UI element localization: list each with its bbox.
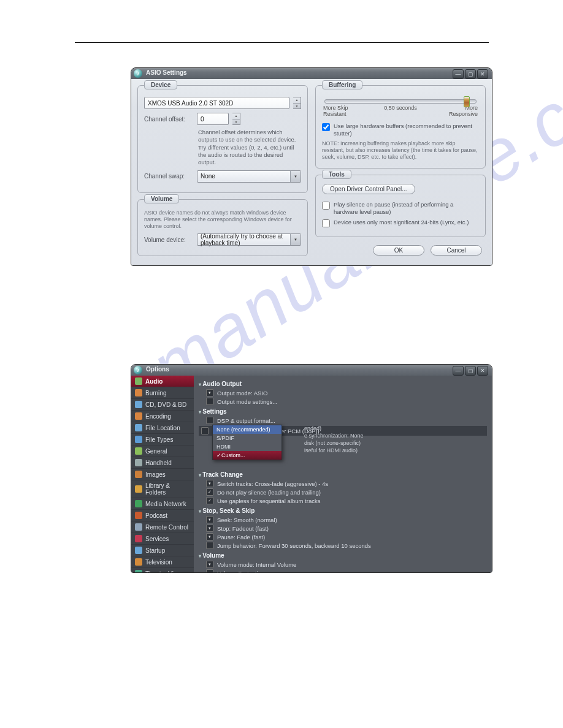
device-panel: Device XMOS USB Audio 2.0 ST 302D ▲▼ Cha… (137, 85, 308, 193)
sidebar-item-startup[interactable]: Startup (131, 545, 194, 556)
dd-spdif[interactable]: S/PDIF (213, 434, 282, 442)
slider-thumb[interactable] (464, 96, 470, 107)
sidebar-item-theater-view[interactable]: Theater View (131, 568, 194, 573)
minimize-button[interactable]: — (453, 69, 464, 79)
buffering-slider[interactable] (324, 99, 477, 104)
opt-jump[interactable]: Jump behavior: Forward 30 seconds, backw… (199, 541, 487, 550)
opt-seek[interactable]: ▾Seek: Smooth (normal) (199, 515, 487, 524)
play-silence-input[interactable] (322, 202, 330, 210)
sidebar-item-library-folders[interactable]: Library & Folders (131, 480, 194, 498)
volume-device-label: Volume device: (144, 237, 193, 243)
opt-output-mode-settings[interactable]: Output mode settings... (199, 397, 487, 406)
sidebar-item-label: Services (145, 536, 169, 542)
sidebar-item-images[interactable]: Images (131, 469, 194, 480)
dd-hdmi[interactable]: HDMI (213, 442, 282, 451)
channel-offset-input[interactable]: 0 (197, 113, 229, 125)
asio-settings-window: i ASIO Settings — ▢ ✕ Device XMOS USB Au… (131, 67, 492, 266)
sidebar-item-burning[interactable]: Burning (131, 387, 194, 399)
close-button[interactable]: ✕ (477, 69, 488, 79)
sidebar-item-services[interactable]: Services (131, 533, 194, 545)
asio-titlebar[interactable]: i ASIO Settings — ▢ ✕ (131, 68, 492, 79)
sidebar-item-television[interactable]: Television (131, 556, 194, 568)
info-icon: i (134, 366, 142, 374)
volume-panel: Volume ASIO device names do not always m… (137, 199, 308, 257)
sidebar-item-label: Handheld (145, 460, 172, 466)
opt-output-mode[interactable]: ▾Output mode: ASIO (199, 389, 487, 397)
channel-swap-label: Channel swap: (144, 173, 193, 180)
sidebar-item-file-types[interactable]: File Types (131, 434, 194, 446)
dd-custom[interactable]: ✓Custom... (213, 451, 282, 460)
asio-title: ASIO Settings (146, 69, 187, 76)
open-driver-panel-button[interactable]: Open Driver Control Panel... (322, 184, 415, 194)
dd-none[interactable]: None (recommended) (213, 425, 282, 434)
sidebar-item-label: CD, DVD & BD (145, 401, 186, 408)
category-icon (135, 459, 142, 466)
channel-offset-hint: Channel offset determines which outputs … (198, 129, 301, 167)
opt-no-silence[interactable]: ✓Do not play silence (leading and traili… (199, 488, 487, 496)
maximize-button[interactable]: ▢ (465, 69, 476, 79)
sidebar-item-podcast[interactable]: Podcast (131, 510, 194, 521)
minimize-button[interactable]: — (453, 366, 464, 376)
category-icon (135, 485, 142, 493)
close-button[interactable]: ✕ (477, 366, 488, 376)
sidebar-item-label: Theater View (145, 571, 182, 574)
category-icon (135, 401, 142, 408)
category-icon (135, 523, 142, 531)
sidebar-item-file-location[interactable]: File Location (131, 422, 194, 434)
category-icon (135, 500, 142, 507)
cancel-button[interactable]: Cancel (431, 245, 482, 256)
large-buffers-checkbox[interactable]: Use large hardware buffers (recommended … (322, 123, 479, 137)
opt-pause[interactable]: ▾Pause: Fade (fast) (199, 533, 487, 541)
opt-gapless[interactable]: ✓Use gapless for sequential album tracks (199, 496, 487, 505)
category-icon (135, 436, 142, 443)
sidebar-item-media-network[interactable]: Media Network (131, 498, 194, 510)
section-volume: Volume (199, 552, 487, 559)
sidebar-item-cd-dvd-bd[interactable]: CD, DVD & BD (131, 399, 194, 411)
play-silence-checkbox[interactable]: Play silence on pause (instead of perfor… (322, 201, 479, 216)
category-icon (135, 512, 142, 519)
tools-panel: Tools Open Driver Control Panel... Play … (315, 175, 486, 237)
sidebar-item-label: Media Network (145, 501, 186, 507)
device-select[interactable]: XMOS USB Audio 2.0 ST 302D (144, 97, 289, 109)
only-24bit-checkbox[interactable]: Device uses only most significant 24-bit… (322, 219, 479, 227)
channel-swap-value: None (201, 173, 215, 180)
volume-device-select[interactable]: (Automatically try to choose at playback… (197, 233, 301, 246)
channel-swap-select[interactable]: None▼ (197, 170, 301, 183)
sidebar-item-label: Burning (145, 390, 166, 396)
opt-vol-protect[interactable]: Volume Protection (199, 569, 487, 573)
sidebar-item-remote-control[interactable]: Remote Control (131, 521, 194, 533)
sidebar-item-label: General (145, 448, 167, 455)
options-title: Options (146, 366, 169, 373)
sidebar-item-handheld[interactable]: Handheld (131, 457, 194, 469)
category-icon (135, 558, 142, 566)
sidebar-item-audio[interactable]: Audio (131, 376, 194, 387)
sidebar-item-label: File Location (145, 425, 180, 431)
opt-switch-tracks[interactable]: ▾Switch tracks: Cross-fade (aggressive) … (199, 479, 487, 488)
maximize-button[interactable]: ▢ (465, 366, 476, 376)
opt-stop[interactable]: ▾Stop: Fadeout (fast) (199, 524, 487, 533)
sidebar-item-general[interactable]: General (131, 446, 194, 457)
slider-center-label: 0,50 seconds (384, 105, 417, 118)
large-buffers-input[interactable] (322, 123, 330, 131)
ok-button[interactable]: OK (373, 245, 424, 256)
device-spinner[interactable]: ▲▼ (293, 97, 301, 109)
opt-vol-mode[interactable]: ▾Volume mode: Internal Volume (199, 560, 487, 569)
sidebar-item-label: File Types (145, 436, 173, 443)
buffering-note: NOTE: Increasing buffering makes playbac… (322, 140, 479, 161)
category-icon (135, 447, 142, 455)
options-titlebar[interactable]: i Options — ▢ ✕ (131, 365, 492, 376)
sidebar-item-label: Library & Folders (145, 482, 190, 496)
bitstreaming-dropdown[interactable]: None (recommended) S/PDIF HDMI ✓Custom..… (212, 425, 282, 460)
sidebar-item-label: Encoding (145, 413, 171, 420)
category-icon (135, 547, 142, 554)
category-icon (135, 412, 142, 420)
opt-dsp[interactable]: DSP & output format... (199, 416, 487, 425)
chevron-down-icon: ▼ (290, 171, 301, 182)
info-icon: i (134, 69, 142, 78)
channel-offset-spinner[interactable]: ▲▼ (232, 113, 240, 125)
sidebar-item-encoding[interactable]: Encoding (131, 411, 194, 422)
sidebar-item-label: Startup (145, 547, 165, 554)
channel-offset-label: Channel offset: (144, 116, 193, 123)
options-sidebar: AudioBurningCD, DVD & BDEncodingFile Loc… (131, 376, 194, 572)
only-24bit-input[interactable] (322, 219, 330, 227)
